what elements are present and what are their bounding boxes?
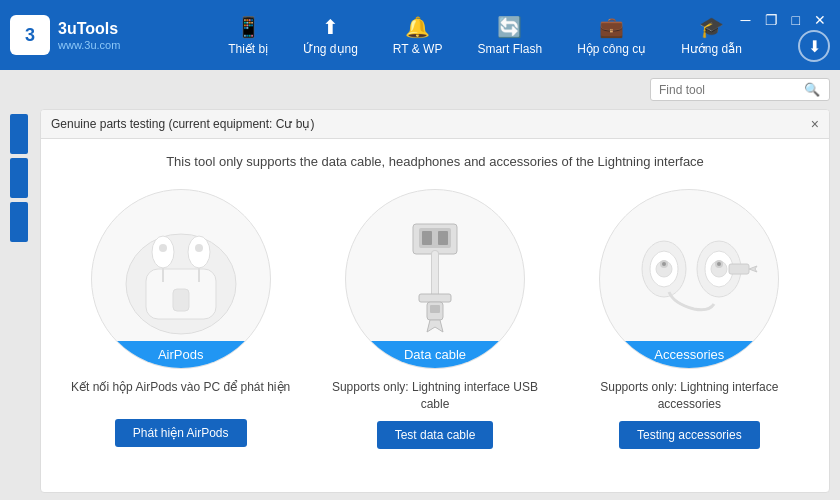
restore-btn[interactable]: ❐ [761, 10, 782, 30]
search-input-wrap[interactable]: 🔍 [650, 78, 830, 101]
ung-dung-icon: ⬆ [322, 15, 339, 39]
accessories-description: Supports only: Lightning interface acces… [579, 379, 799, 413]
accessories-button[interactable]: Testing accessories [619, 421, 760, 449]
rt-wp-icon: 🔔 [405, 15, 430, 39]
modal-subtitle: This tool only supports the data cable, … [61, 154, 809, 169]
accessories-card: Accessories Supports only: Lightning int… [579, 189, 799, 449]
ung-dung-label: Ứng dụng [303, 42, 358, 56]
accessories-svg [619, 214, 759, 344]
airpods-button[interactable]: Phát hiện AirPods [115, 419, 247, 447]
modal-title: Genuine parts testing (current equipment… [51, 117, 314, 131]
hop-cong-cu-icon: 💼 [599, 15, 624, 39]
nav-item-thiet-bi[interactable]: 📱 Thiết bị [213, 10, 283, 61]
cards-row: AirPods Kết nối hộp AirPods vào PC để ph… [61, 189, 809, 449]
search-input[interactable] [659, 83, 804, 97]
search-bar: 🔍 [0, 70, 840, 109]
airpods-image: AirPods [91, 189, 271, 369]
svg-rect-12 [438, 231, 448, 245]
airpods-svg [111, 214, 251, 344]
accessories-label: Accessories [599, 341, 779, 368]
download-button[interactable]: ⬇ [798, 30, 830, 62]
logo-number: 3 [25, 25, 35, 46]
huong-dan-icon: 🎓 [699, 15, 724, 39]
datacable-description: Supports only: Lightning interface USB c… [325, 379, 545, 413]
titlebar: 3 3uTools www.3u.com 📱 Thiết bị ⬆ Ứng dụ… [0, 0, 840, 70]
airpods-label: AirPods [91, 341, 271, 368]
datacable-button[interactable]: Test data cable [377, 421, 494, 449]
hop-cong-cu-label: Hộp công cụ [577, 42, 646, 56]
nav-item-rt-wp[interactable]: 🔔 RT & WP [378, 10, 458, 61]
datacable-svg [365, 214, 505, 344]
svg-rect-15 [430, 305, 440, 313]
app-name: 3uTools [58, 19, 120, 38]
app-url: www.3u.com [58, 39, 120, 51]
thiet-bi-label: Thiết bị [228, 42, 268, 56]
strip-item-2[interactable] [10, 158, 28, 198]
svg-point-4 [159, 244, 167, 252]
main-content: Genuine parts testing (current equipment… [0, 109, 840, 500]
svg-point-20 [662, 262, 666, 266]
logo-area: 3 3uTools www.3u.com [10, 15, 130, 55]
modal-panel: Genuine parts testing (current equipment… [40, 109, 830, 493]
airpods-card: AirPods Kết nối hộp AirPods vào PC để ph… [71, 189, 291, 449]
nav-item-hop-cong-cu[interactable]: 💼 Hộp công cụ [562, 10, 661, 61]
modal-header: Genuine parts testing (current equipment… [41, 110, 829, 139]
logo-text: 3uTools www.3u.com [58, 19, 120, 50]
nav-item-smart-flash[interactable]: 🔄 Smart Flash [462, 10, 557, 61]
svg-point-7 [195, 244, 203, 252]
logo-box: 3 [10, 15, 50, 55]
minimize-btn[interactable]: ─ [737, 10, 755, 30]
svg-rect-8 [173, 289, 189, 311]
window-controls: ─ ❐ □ ✕ [737, 10, 830, 30]
modal-close-button[interactable]: × [811, 116, 819, 132]
airpods-description: Kết nối hộp AirPods vào PC để phát hiện [71, 379, 290, 411]
datacable-card: Data cable Supports only: Lightning inte… [325, 189, 545, 449]
huong-dan-label: Hướng dẫn [681, 42, 742, 56]
datacable-label: Data cable [345, 341, 525, 368]
svg-rect-26 [729, 264, 749, 274]
strip-item-1[interactable] [10, 114, 28, 154]
close-btn[interactable]: ✕ [810, 10, 830, 30]
svg-rect-11 [422, 231, 432, 245]
smart-flash-label: Smart Flash [477, 42, 542, 56]
rt-wp-label: RT & WP [393, 42, 443, 56]
maximize-btn[interactable]: □ [788, 10, 804, 30]
main-nav: 📱 Thiết bị ⬆ Ứng dụng 🔔 RT & WP 🔄 Smart … [140, 10, 830, 61]
search-icon: 🔍 [804, 82, 820, 97]
accessories-image: Accessories [599, 189, 779, 369]
modal-body: This tool only supports the data cable, … [41, 139, 829, 479]
left-strip [10, 109, 32, 493]
thiet-bi-icon: 📱 [236, 15, 261, 39]
strip-item-3[interactable] [10, 202, 28, 242]
nav-item-ung-dung[interactable]: ⬆ Ứng dụng [288, 10, 373, 61]
datacable-image: Data cable [345, 189, 525, 369]
svg-rect-13 [419, 294, 451, 302]
smart-flash-icon: 🔄 [497, 15, 522, 39]
svg-point-25 [717, 262, 721, 266]
